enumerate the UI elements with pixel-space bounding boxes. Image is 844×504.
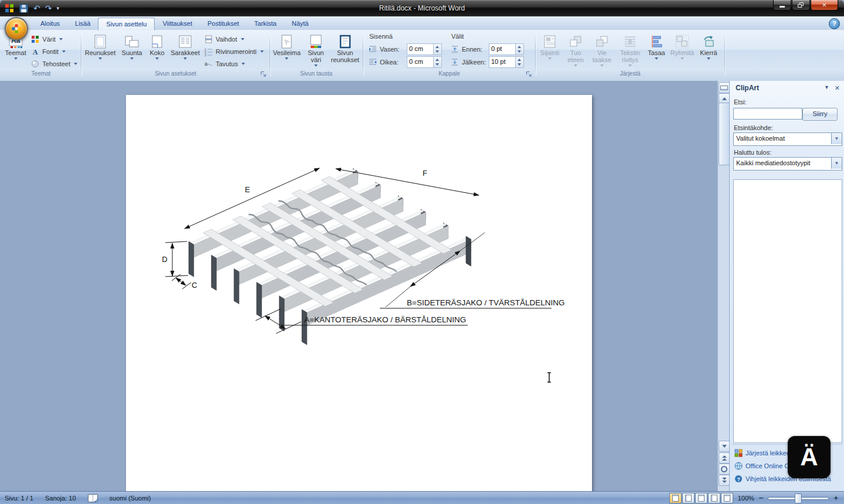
redo-icon[interactable]: ↷: [45, 4, 52, 12]
spinner-arrows-icon[interactable]: [515, 57, 523, 67]
spacing-after-label: Jälkeen:: [462, 59, 486, 66]
search-input[interactable]: [733, 108, 802, 120]
zoom-slider-thumb[interactable]: [795, 493, 802, 503]
columns-button[interactable]: Sarakkeet: [168, 32, 202, 70]
tab-viittaukset[interactable]: Viittaukset: [155, 18, 200, 30]
language-indicator[interactable]: suomi (Suomi): [110, 495, 151, 502]
scrollbar-thumb[interactable]: [719, 103, 730, 165]
office-button[interactable]: [5, 17, 28, 40]
dim-label-a: A=KANTOTERÄSJAKO / BÄRSTÅLDELNING: [304, 315, 466, 324]
theme-colors-icon: [30, 35, 40, 44]
pane-close-icon[interactable]: ✕: [835, 84, 840, 92]
hyphenation-icon: a-: [204, 59, 213, 69]
go-button[interactable]: Siirry: [802, 108, 838, 121]
spinner-arrows-icon[interactable]: [515, 44, 523, 55]
spacing-after-spinner[interactable]: 10 pt: [489, 56, 524, 68]
ruler-toggle-button[interactable]: [719, 82, 730, 93]
scroll-down-button[interactable]: [719, 441, 730, 452]
zoom-slider[interactable]: [768, 493, 829, 502]
spellcheck-icon[interactable]: [88, 494, 98, 502]
web-layout-view-button[interactable]: [695, 493, 707, 503]
pane-title: ClipArt: [736, 84, 759, 92]
results-type-select[interactable]: Kaikki mediatiedostotyypit ▼: [733, 157, 842, 171]
previous-page-button[interactable]: [719, 452, 730, 464]
margins-icon: [93, 34, 108, 49]
zoom-in-button[interactable]: +: [833, 494, 838, 502]
pane-menu-icon[interactable]: ▼: [824, 84, 829, 90]
chevron-down-icon[interactable]: ▼: [831, 158, 842, 169]
qat-customize-icon[interactable]: ▾: [56, 6, 59, 11]
tab-nayta[interactable]: Näytä: [284, 18, 316, 30]
select-browse-object-button[interactable]: [719, 464, 730, 475]
organize-clips-link[interactable]: Järjestä leikkee: [734, 449, 790, 457]
tab-lisaa[interactable]: Lisää: [67, 18, 98, 30]
draft-view-button[interactable]: [721, 493, 733, 503]
margins-label: Reunukset: [85, 49, 116, 56]
office-online-link[interactable]: Office Online C: [734, 462, 789, 470]
chevron-down-icon[interactable]: ▼: [831, 133, 842, 144]
breaks-button[interactable]: Vaihdot: [202, 33, 266, 45]
close-button[interactable]: ✕: [811, 0, 838, 11]
spinner-arrows-icon[interactable]: [433, 57, 441, 67]
spinner-arrows-icon[interactable]: [433, 44, 441, 55]
rotate-button[interactable]: Kierrä: [696, 32, 721, 70]
next-page-button[interactable]: [719, 475, 730, 486]
page-borders-button[interactable]: Sivun reunukset: [329, 32, 361, 70]
watermark-button[interactable]: A Vesileima: [271, 32, 303, 70]
size-icon: [149, 34, 165, 49]
maximize-button[interactable]: [792, 0, 810, 11]
theme-effects-button[interactable]: Tehosteet: [29, 57, 79, 70]
word-count[interactable]: Sanoja: 10: [45, 495, 76, 502]
help-button[interactable]: ?: [829, 18, 840, 29]
vertical-scrollbar[interactable]: [717, 81, 730, 491]
text-wrapping-icon: [622, 34, 638, 49]
double-down-icon: [722, 478, 727, 483]
tab-aloitus[interactable]: Aloitus: [33, 18, 67, 30]
page-indicator[interactable]: Sivu: 1 / 1: [5, 495, 33, 502]
theme-colors-button[interactable]: Värit: [29, 33, 79, 45]
zoom-level[interactable]: 100%: [738, 495, 754, 502]
zoom-out-button[interactable]: −: [759, 494, 764, 502]
orientation-button[interactable]: Suunta: [118, 32, 146, 70]
margins-button[interactable]: Reunukset: [83, 32, 118, 70]
paragraph-dialog-launcher[interactable]: [525, 70, 533, 78]
tab-tarkista[interactable]: Tarkista: [247, 18, 284, 30]
document-area[interactable]: E F D C B=SIDETERÄSJAKO / TVÄRSTÅLDELNIN…: [0, 81, 717, 491]
group-icon: [675, 34, 690, 49]
page-color-icon: [308, 34, 324, 49]
print-layout-view-button[interactable]: [669, 493, 682, 503]
outline-view-button[interactable]: [708, 493, 720, 503]
dim-label-b: B=SIDETERÄSJAKO / TVÄRSTÅLDELNING: [407, 298, 564, 307]
spacing-before-spinner[interactable]: 0 pt: [489, 43, 524, 55]
page-color-button[interactable]: Sivun väri: [303, 32, 329, 70]
ribbon-tabs: Aloitus Lisää Sivun asettelu Viittaukset…: [33, 18, 316, 30]
group-label-paragraph: Kappale: [363, 70, 535, 78]
bring-to-front-icon: [568, 34, 583, 49]
group-page-setup: Reunukset Suunta Koko: [81, 31, 270, 79]
search-scope-select[interactable]: Valitut kokoelmat ▼: [733, 132, 842, 146]
restore-icon: [798, 2, 804, 8]
tab-sivun-asettelu[interactable]: Sivun asettelu: [98, 18, 155, 30]
align-label: Tasaa: [648, 49, 665, 56]
grating-drawing[interactable]: E F D C B=SIDETERÄSJAKO / TVÄRSTÅLDELNIN…: [126, 81, 592, 491]
indent-right-spinner[interactable]: 0 cm: [407, 56, 442, 68]
theme-fonts-button[interactable]: A Fontit: [29, 45, 79, 57]
tab-postitukset[interactable]: Postitukset: [200, 18, 247, 30]
size-button[interactable]: Koko: [146, 32, 168, 70]
save-icon[interactable]: [19, 4, 29, 13]
align-button[interactable]: Tasaa: [645, 32, 668, 70]
position-label: Sijainti: [540, 49, 559, 56]
indent-left-spinner[interactable]: 0 cm: [407, 43, 442, 55]
minimize-button[interactable]: [773, 0, 791, 11]
fullscreen-reading-view-button[interactable]: [682, 493, 695, 503]
page-setup-dialog-launcher[interactable]: [260, 70, 267, 78]
undo-icon[interactable]: ↶: [33, 4, 40, 12]
clipart-results-box: [733, 179, 842, 443]
hyphenation-button[interactable]: a- Tavutus: [202, 57, 266, 70]
line-numbers-label: Rivinumerointi: [216, 48, 257, 55]
group-label-page-background: Sivun tausta: [270, 70, 363, 78]
line-numbers-button[interactable]: 1 2 3 Rivinumerointi: [202, 45, 266, 57]
group-arrange: Sijainti Tuo eteen Vie taakse: [536, 31, 724, 79]
group-label-page-setup: Sivun asetukset: [81, 70, 270, 78]
svg-text:3: 3: [205, 53, 206, 56]
